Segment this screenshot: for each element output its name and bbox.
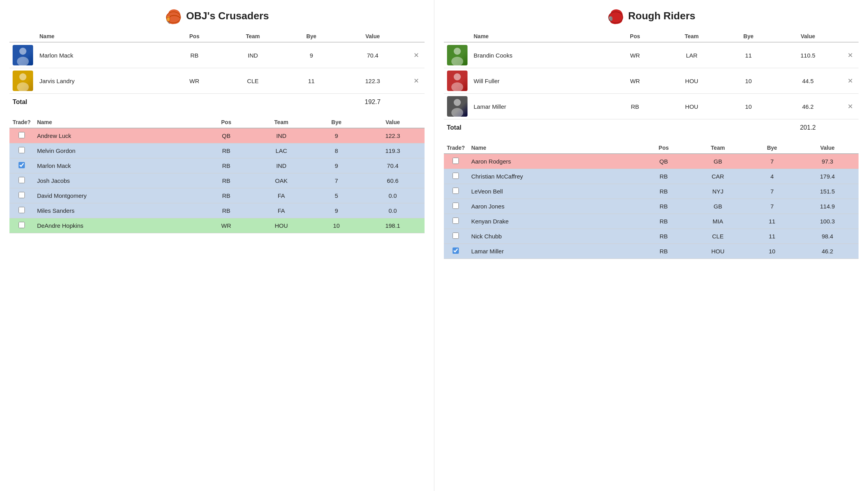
svg-point-8 <box>17 82 29 91</box>
trade-checkbox-cell[interactable] <box>444 199 468 214</box>
trade-checkbox[interactable] <box>453 218 459 224</box>
trade-checkbox-cell[interactable] <box>444 229 468 244</box>
svg-point-6 <box>17 57 29 65</box>
trade-checkbox[interactable] <box>19 147 25 153</box>
trade-row: Andrew Luck QB IND 9 122.3 <box>9 128 425 143</box>
trade-checkbox[interactable] <box>453 188 459 194</box>
player-avatar <box>9 42 36 68</box>
total-value: 192.7 <box>337 94 408 108</box>
left-trade-col-name: Name <box>34 117 201 128</box>
trade-player-value: 60.6 <box>361 173 425 188</box>
player-pos: WR <box>168 68 221 94</box>
trade-player-name: Kenyan Drake <box>468 214 639 229</box>
trade-player-value: 151.5 <box>796 184 859 199</box>
svg-point-17 <box>451 108 463 117</box>
trade-player-pos: RB <box>201 173 251 188</box>
trade-player-pos: RB <box>201 158 251 173</box>
player-bye: 9 <box>285 42 337 68</box>
trade-player-pos: WR <box>201 218 251 233</box>
trade-checkbox-cell[interactable] <box>444 244 468 259</box>
trade-player-name: David Montgomery <box>34 188 201 203</box>
svg-rect-4 <box>167 17 170 21</box>
trade-player-value: 98.4 <box>796 229 859 244</box>
trade-row: Josh Jacobs RB OAK 7 60.6 <box>9 173 425 188</box>
trade-checkbox-cell[interactable] <box>444 169 468 184</box>
trade-player-team: OAK <box>251 173 312 188</box>
trade-checkbox[interactable] <box>19 207 25 213</box>
trade-player-name: Aaron Jones <box>468 199 639 214</box>
left-trade-col-team: Team <box>251 117 312 128</box>
player-value: 122.3 <box>337 68 408 94</box>
player-name: Lamar Miller <box>471 94 610 119</box>
player-bye: 11 <box>723 42 774 68</box>
trade-player-pos: RB <box>639 244 688 259</box>
right-col-value: Value <box>774 31 842 42</box>
trade-player-pos: RB <box>639 229 688 244</box>
trade-player-value: 46.2 <box>796 244 859 259</box>
left-trade-col-value: Value <box>361 117 425 128</box>
trade-player-value: 179.4 <box>796 169 859 184</box>
trade-checkbox[interactable] <box>453 173 459 179</box>
left-team-header: OBJ's Crusaders <box>9 7 425 24</box>
trade-checkbox-cell[interactable] <box>9 173 34 188</box>
trade-player-name: Andrew Luck <box>34 128 201 143</box>
trade-player-team: MIA <box>688 214 748 229</box>
trade-player-value: 0.0 <box>361 188 425 203</box>
trade-player-name: Lamar Miller <box>468 244 639 259</box>
trade-checkbox-cell[interactable] <box>9 203 34 218</box>
trade-checkbox[interactable] <box>19 177 25 183</box>
trade-checkbox[interactable] <box>453 232 459 239</box>
player-team: IND <box>220 42 285 68</box>
remove-player-button[interactable]: ✕ <box>845 50 855 60</box>
right-col-bye: Bye <box>723 31 774 42</box>
trade-row: Marlon Mack RB IND 9 70.4 <box>9 158 425 173</box>
trade-row: Lamar Miller RB HOU 10 46.2 <box>444 244 859 259</box>
trade-checkbox-cell[interactable] <box>9 128 34 143</box>
right-trade-section: Trade? Name Pos Team Bye Value Aaron Rod… <box>444 142 859 259</box>
svg-point-12 <box>454 48 461 55</box>
trade-checkbox[interactable] <box>453 158 459 164</box>
trade-checkbox[interactable] <box>453 203 459 209</box>
trade-checkbox-cell[interactable] <box>9 158 34 173</box>
player-bye: 10 <box>723 94 774 119</box>
right-trade-col-pos: Pos <box>639 142 688 154</box>
trade-player-bye: 8 <box>312 143 361 158</box>
trade-checkbox-cell[interactable] <box>444 154 468 169</box>
player-name: Marlon Mack <box>36 42 168 68</box>
left-col-value: Value <box>337 31 408 42</box>
trade-checkbox[interactable] <box>453 247 459 254</box>
trade-player-value: 122.3 <box>361 128 425 143</box>
trade-player-pos: RB <box>201 188 251 203</box>
remove-player-button[interactable]: ✕ <box>411 50 421 60</box>
left-panel: OBJ's Crusaders Name Pos Team Bye Value <box>0 0 434 491</box>
player-pos: RB <box>168 42 221 68</box>
total-row: Total 192.7 <box>9 94 425 108</box>
trade-player-team: NYJ <box>688 184 748 199</box>
trade-checkbox-cell[interactable] <box>9 143 34 158</box>
trade-checkbox[interactable] <box>19 162 25 168</box>
total-label: Total <box>444 119 610 133</box>
remove-player-button[interactable]: ✕ <box>845 102 855 112</box>
player-avatar <box>444 68 471 94</box>
trade-player-pos: RB <box>639 199 688 214</box>
remove-player-button[interactable]: ✕ <box>845 76 855 86</box>
trade-checkbox[interactable] <box>19 132 25 138</box>
trade-checkbox-cell[interactable] <box>9 188 34 203</box>
left-trade-section: Trade? Name Pos Team Bye Value Andrew Lu… <box>9 117 425 233</box>
trade-checkbox-cell[interactable] <box>444 184 468 199</box>
player-avatar <box>9 68 36 94</box>
trade-checkbox[interactable] <box>19 222 25 228</box>
table-row: Lamar Miller RB HOU 10 46.2 ✕ <box>444 94 859 119</box>
player-avatar <box>444 42 471 68</box>
trade-player-name: Josh Jacobs <box>34 173 201 188</box>
trade-player-team: GB <box>688 199 748 214</box>
left-col-pos: Pos <box>168 31 221 42</box>
left-helmet-icon <box>165 7 182 24</box>
right-col-name: Name <box>471 31 610 42</box>
trade-checkbox-cell[interactable] <box>9 218 34 233</box>
player-value: 44.5 <box>774 68 842 94</box>
trade-checkbox-cell[interactable] <box>444 214 468 229</box>
trade-checkbox[interactable] <box>19 192 25 198</box>
remove-player-button[interactable]: ✕ <box>411 76 421 86</box>
trade-player-team: HOU <box>251 218 312 233</box>
